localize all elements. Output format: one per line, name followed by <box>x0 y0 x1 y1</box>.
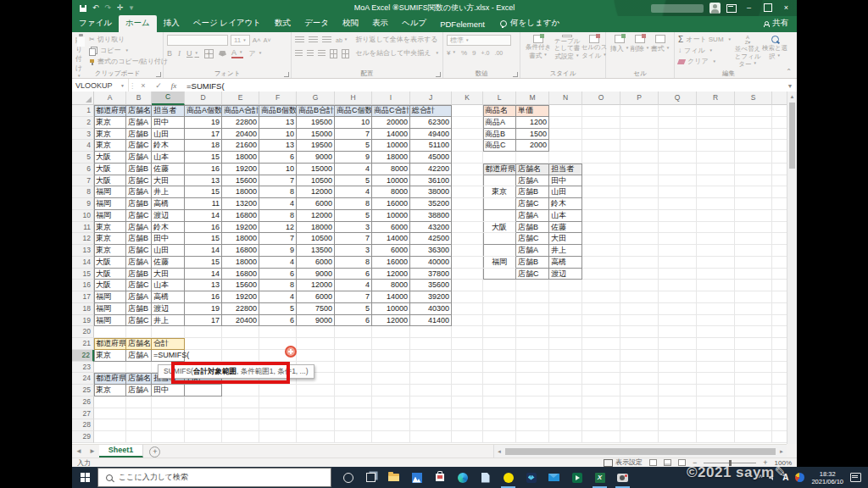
cell-R12[interactable] <box>697 233 735 245</box>
cell-Q9[interactable] <box>659 198 697 210</box>
start-button[interactable] <box>72 467 97 488</box>
cell-C7[interactable]: 大田 <box>152 175 185 187</box>
cell-D10[interactable]: 14 <box>185 210 222 222</box>
column-header-L[interactable]: L <box>483 92 516 105</box>
column-header-N[interactable]: N <box>549 92 582 105</box>
cell-Q23[interactable] <box>659 362 697 374</box>
grow-font-icon[interactable]: A˄ <box>253 36 261 44</box>
cell-J18[interactable]: 40300 <box>410 303 452 315</box>
cell-M25[interactable] <box>516 385 549 396</box>
cell-H27[interactable] <box>335 408 372 420</box>
cell-E15[interactable]: 16800 <box>222 269 259 280</box>
vertical-scroll-thumb[interactable] <box>789 103 795 169</box>
copy-button[interactable]: コピー <box>89 46 168 56</box>
cell-B26[interactable] <box>126 396 152 408</box>
cell-L8[interactable]: 東京 <box>483 186 516 198</box>
cell-R29[interactable] <box>697 431 735 443</box>
cell-Q2[interactable] <box>659 117 697 129</box>
tab-formulas[interactable]: 数式 <box>268 15 298 32</box>
cell-E10[interactable]: 16800 <box>222 210 259 222</box>
column-header-K[interactable]: K <box>452 92 483 105</box>
cell-F19[interactable]: 6 <box>259 315 297 327</box>
cell-O2[interactable] <box>582 117 620 129</box>
cell-N8[interactable]: 山田 <box>549 186 582 198</box>
cell-A7[interactable]: 大阪 <box>94 175 126 187</box>
borders-icon[interactable] <box>204 49 214 58</box>
cell-A20[interactable] <box>94 326 126 338</box>
cell-G6[interactable]: 15000 <box>297 164 335 175</box>
cell-K4[interactable] <box>452 140 483 152</box>
decrease-indent-icon[interactable] <box>330 49 337 58</box>
format-cells-button[interactable]: 書式 <box>650 35 670 60</box>
cell-J27[interactable] <box>410 408 452 420</box>
cell-J19[interactable]: 41400 <box>410 315 452 327</box>
cell-J10[interactable]: 38800 <box>410 210 452 222</box>
cell-A5[interactable]: 大阪 <box>94 152 126 164</box>
cell-D6[interactable]: 16 <box>185 164 222 175</box>
cell-N16[interactable] <box>549 280 582 291</box>
cell-C20[interactable] <box>152 326 185 338</box>
cell-J28[interactable] <box>410 419 452 431</box>
cell-S8[interactable] <box>735 186 772 198</box>
cell-R15[interactable] <box>697 269 735 280</box>
cell-P14[interactable] <box>620 257 659 269</box>
cell-S11[interactable] <box>735 222 772 234</box>
cell-P17[interactable] <box>620 291 659 303</box>
tab-help[interactable]: ヘルプ <box>395 15 433 32</box>
cell-C11[interactable]: 鈴木 <box>152 222 185 234</box>
cell-J2[interactable]: 62300 <box>410 117 452 129</box>
cell-L24[interactable] <box>483 373 516 385</box>
cell-P3[interactable] <box>620 129 659 141</box>
cell-J20[interactable] <box>410 326 452 338</box>
cell-S4[interactable] <box>735 140 772 152</box>
cell-N14[interactable]: 高橋 <box>549 257 582 269</box>
cell-O17[interactable] <box>582 291 620 303</box>
cell-J5[interactable]: 45000 <box>410 152 452 164</box>
font-color-icon[interactable]: A <box>231 48 243 58</box>
cell-R14[interactable] <box>697 257 735 269</box>
cell-R16[interactable] <box>697 280 735 291</box>
cell-H24[interactable] <box>335 373 372 385</box>
cell-T1[interactable] <box>772 105 787 117</box>
cell-D16[interactable]: 13 <box>185 280 222 291</box>
format-as-table-button[interactable]: テーブルとして書式設定 <box>553 35 581 60</box>
cell-Q5[interactable] <box>659 152 697 164</box>
cell-M11[interactable]: 店舗B <box>516 222 549 234</box>
column-header-A[interactable]: A <box>94 92 126 105</box>
cell-J8[interactable]: 38000 <box>410 186 452 198</box>
cell-E6[interactable]: 19200 <box>222 164 259 175</box>
cell-H2[interactable]: 10 <box>335 117 372 129</box>
cell-B14[interactable]: 店舗A <box>126 257 152 269</box>
cell-C14[interactable]: 佐藤 <box>152 257 185 269</box>
cell-L3[interactable]: 商品B <box>483 129 516 141</box>
cell-J16[interactable]: 35600 <box>410 280 452 291</box>
increase-indent-icon[interactable] <box>342 49 349 58</box>
cell-K10[interactable] <box>452 210 483 222</box>
cell-N2[interactable] <box>549 117 582 129</box>
cell-S10[interactable] <box>735 210 772 222</box>
cell-A27[interactable] <box>94 408 126 420</box>
cell-H9[interactable]: 8 <box>335 198 372 210</box>
cell-A19[interactable]: 福岡 <box>94 315 126 327</box>
cell-A12[interactable]: 東京 <box>94 233 126 245</box>
cell-A18[interactable]: 福岡 <box>94 303 126 315</box>
cell-G3[interactable]: 15000 <box>297 129 335 141</box>
cell-L5[interactable] <box>483 152 516 164</box>
cell-S29[interactable] <box>735 431 772 443</box>
cell-B17[interactable]: 店舗A <box>126 291 152 303</box>
cell-H7[interactable]: 5 <box>335 175 372 187</box>
cell-I25[interactable] <box>372 385 410 396</box>
cell-K25[interactable] <box>452 385 483 396</box>
cell-K3[interactable] <box>452 129 483 141</box>
cell-L13[interactable] <box>483 245 516 257</box>
cell-E25[interactable] <box>222 385 259 396</box>
cell-P7[interactable] <box>620 175 659 187</box>
cell-A9[interactable]: 福岡 <box>94 198 126 210</box>
sheet-tab-active[interactable]: Sheet1 <box>99 445 144 458</box>
cell-G10[interactable]: 12000 <box>297 210 335 222</box>
cell-I17[interactable]: 14000 <box>372 291 410 303</box>
cell-D1[interactable]: 商品A個数 <box>185 105 222 117</box>
cell-I20[interactable] <box>372 326 410 338</box>
cell-A13[interactable]: 東京 <box>94 245 126 257</box>
name-box[interactable]: VLOOKUP ▼ <box>72 79 129 92</box>
